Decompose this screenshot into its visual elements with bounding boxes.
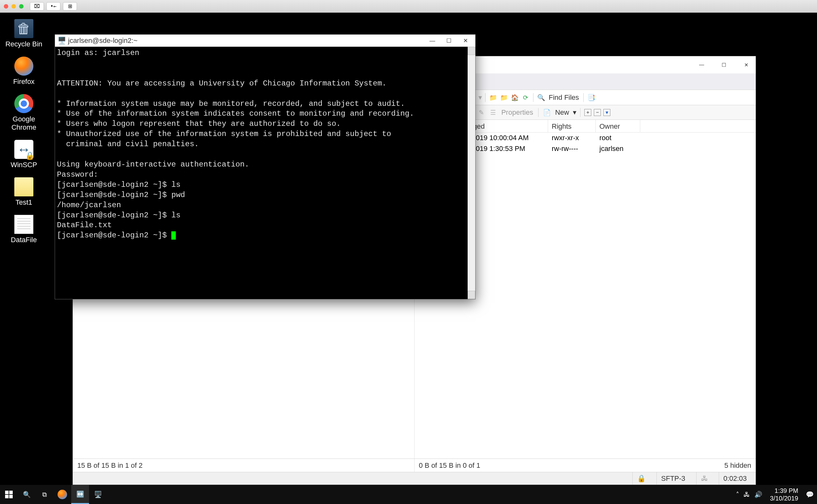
vm-btn-2[interactable]: •← <box>46 2 60 10</box>
rename-icon[interactable]: ✎ <box>477 108 486 117</box>
textfile-icon <box>14 215 33 234</box>
winscp-icon: ↔️ <box>76 490 84 498</box>
icon-label: Test1 <box>16 198 32 207</box>
cell-owner: jcarlsen <box>596 145 640 153</box>
recycle-bin-icon[interactable]: 🗑 Recycle Bin <box>3 19 44 48</box>
close-dot[interactable] <box>4 4 8 9</box>
find-files-button[interactable]: Find Files <box>548 93 580 102</box>
cell-rights: rwxr-xr-x <box>548 134 596 142</box>
winscp-shortcut-icon[interactable]: ↔ WinSCP <box>3 140 44 169</box>
taskbar-firefox[interactable] <box>53 485 71 504</box>
minus-icon[interactable]: − <box>594 109 601 116</box>
firefox-icon[interactable]: Firefox <box>3 57 44 86</box>
terminal-body[interactable]: login as: jcarlsen ATTENTION: You are ac… <box>55 47 475 299</box>
separator <box>533 93 534 102</box>
chrome-icon[interactable]: Google Chrome <box>3 94 44 132</box>
network-icon[interactable]: 🖧 <box>744 491 750 498</box>
trash-icon: 🗑 <box>14 19 33 38</box>
min-dot[interactable] <box>11 4 16 9</box>
desktop-icons: 🗑 Recycle Bin Firefox Google Chrome ↔ Wi… <box>3 19 44 244</box>
icon-label: Recycle Bin <box>5 40 42 48</box>
cell-rights: rw-rw---- <box>548 145 596 153</box>
task-view-button[interactable]: ⧉ <box>36 485 53 504</box>
status-hidden: 5 hidden <box>725 461 751 469</box>
folder-icon[interactable]: 📁 <box>489 93 498 102</box>
close-button[interactable]: ✕ <box>458 36 473 45</box>
time-label: 1:39 PM <box>770 487 798 494</box>
date-label: 3/10/2019 <box>770 494 798 502</box>
minimize-button[interactable]: — <box>425 36 440 45</box>
start-button[interactable] <box>0 485 18 504</box>
plus-icon[interactable]: + <box>584 109 591 116</box>
winscp-footer: 🔒 SFTP-3 🖧 0:02:03 <box>73 472 756 485</box>
minimize-button[interactable]: — <box>695 60 708 70</box>
winscp-glyph-icon: ↔ <box>14 140 33 159</box>
refresh-icon[interactable]: ⟳ <box>521 93 530 102</box>
session-icon: 🖧 <box>696 472 712 485</box>
putty-window: 🖥️ jcarlsen@sde-login2:~ — ☐ ✕ login as:… <box>55 34 476 299</box>
select-icon[interactable]: ▼ <box>603 109 610 116</box>
search-icon: 🔍 <box>537 93 546 102</box>
icon-label: Google Chrome <box>3 115 44 132</box>
folder-up-icon[interactable]: 📁 <box>500 93 508 102</box>
props-icon: ☰ <box>489 108 498 117</box>
putty-icon: 🖥️ <box>94 491 102 498</box>
status-right: 0 B of 15 B in 0 of 1 <box>419 461 480 469</box>
terminal-text: login as: jcarlsen ATTENTION: You are ac… <box>57 49 414 240</box>
maximize-button[interactable]: ☐ <box>718 60 730 70</box>
windows-taskbar: 🔍 ⧉ ↔️ 🖥️ ˄ 🖧 🔊 1:39 PM 3/10/2019 💬 <box>0 485 817 504</box>
tray-expand-icon[interactable]: ˄ <box>736 491 739 498</box>
putty-icon: 🖥️ <box>58 37 66 45</box>
new-icon: 📄 <box>542 108 551 117</box>
taskbar-winscp[interactable]: ↔️ <box>71 485 89 504</box>
protocol-label: SFTP-3 <box>657 472 690 485</box>
folder-test1-icon[interactable]: Test1 <box>3 177 44 207</box>
putty-titlebar[interactable]: 🖥️ jcarlsen@sde-login2:~ — ☐ ✕ <box>55 35 475 47</box>
windows-desktop: 🗑 Recycle Bin Firefox Google Chrome ↔ Wi… <box>0 13 817 504</box>
elapsed-time: 0:02:03 <box>719 472 751 485</box>
col-rights[interactable]: Rights <box>548 120 596 132</box>
chrome-glyph-icon <box>14 94 33 113</box>
icon-label: WinSCP <box>10 161 37 169</box>
window-title: jcarlsen@sde-login2:~ <box>68 37 138 45</box>
separator <box>580 108 581 117</box>
maximize-button[interactable]: ☐ <box>442 36 456 45</box>
datafile-icon[interactable]: DataFile <box>3 215 44 244</box>
cursor <box>171 231 176 240</box>
firefox-icon <box>58 490 67 499</box>
separator <box>538 108 539 117</box>
winscp-status-bar: 15 B of 15 B in 1 of 2 0 B of 15 B in 0 … <box>73 459 756 472</box>
volume-icon[interactable]: 🔊 <box>754 491 762 498</box>
icon-label: DataFile <box>11 236 37 244</box>
properties-button[interactable]: Properties <box>500 108 535 117</box>
windows-logo-icon <box>5 491 13 498</box>
separator <box>583 93 584 102</box>
cell-owner: root <box>596 134 640 142</box>
new-button[interactable]: New <box>554 108 570 117</box>
vm-btn-3[interactable]: ⊞ <box>63 2 77 10</box>
mac-titlebar: ⌧ •← ⊞ <box>0 0 817 13</box>
fwd-menu-icon[interactable]: ▾ <box>479 93 482 102</box>
system-tray: ˄ 🖧 🔊 1:39 PM 3/10/2019 💬 <box>736 487 817 502</box>
home-icon[interactable]: 🏠 <box>510 93 519 102</box>
vm-btn-1[interactable]: ⌧ <box>30 2 44 10</box>
col-owner[interactable]: Owner <box>596 120 640 132</box>
taskbar-putty[interactable]: 🖥️ <box>89 485 107 504</box>
icon-label: Firefox <box>13 78 34 86</box>
traffic-lights <box>4 4 24 9</box>
status-left: 15 B of 15 B in 1 of 2 <box>73 459 415 472</box>
max-dot[interactable] <box>19 4 24 9</box>
folder-icon <box>14 177 33 196</box>
new-menu-icon[interactable]: ▾ <box>573 108 576 117</box>
close-button[interactable]: ✕ <box>740 60 752 70</box>
notifications-icon[interactable]: 💬 <box>806 491 814 498</box>
scrollbar[interactable] <box>468 47 475 299</box>
clock[interactable]: 1:39 PM 3/10/2019 <box>767 487 801 502</box>
lock-icon: 🔒 <box>632 472 650 485</box>
search-button[interactable]: 🔍 <box>18 485 36 504</box>
sync-icon[interactable]: 📑 <box>587 93 596 102</box>
firefox-glyph-icon <box>14 57 33 76</box>
separator <box>485 93 486 102</box>
